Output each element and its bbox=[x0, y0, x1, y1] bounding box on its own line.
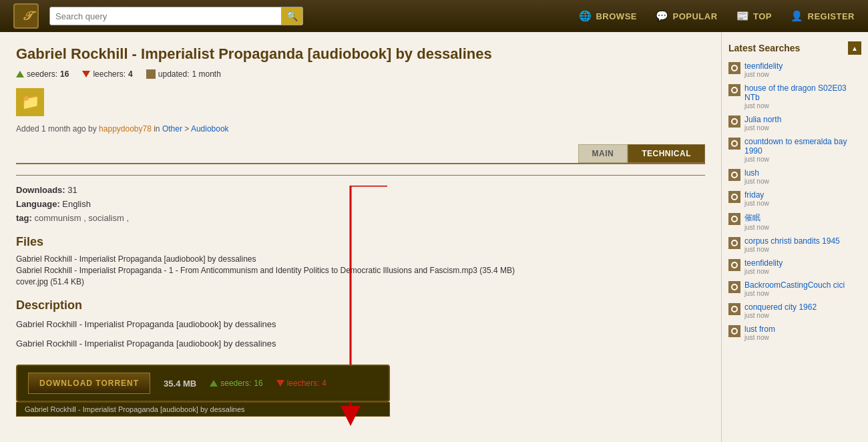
nav-top[interactable]: 📰 TOP bbox=[736, 10, 773, 22]
search-magnifier-7 bbox=[731, 240, 738, 246]
search-time-3: just now bbox=[744, 156, 861, 163]
dl-seed-icon bbox=[210, 380, 218, 387]
search-term-10[interactable]: conquered city 1962 bbox=[744, 302, 861, 312]
search-time-9: just now bbox=[744, 290, 861, 297]
search-time-10: just now bbox=[744, 312, 861, 319]
leech-arrow-icon bbox=[82, 71, 90, 77]
search-time-5: just now bbox=[744, 200, 861, 207]
nav-register[interactable]: 👤 REGISTER bbox=[791, 10, 855, 22]
file-entry-1: Gabriel Rockhill - Imperialist Propagand… bbox=[16, 266, 705, 275]
site-logo[interactable]: 𝒯 bbox=[13, 3, 39, 29]
search-term-6[interactable]: 催眠 bbox=[744, 212, 861, 224]
search-time-0: just now bbox=[744, 71, 861, 78]
search-time-11: just now bbox=[744, 334, 861, 341]
top-icon: 📰 bbox=[736, 10, 750, 22]
search-term-3[interactable]: countdown to esmeralda bay 1990 bbox=[744, 137, 861, 156]
search-entry-0: teenfidelity just now bbox=[728, 61, 861, 78]
nav-browse[interactable]: 🌐 BROWSE bbox=[579, 10, 637, 22]
desc-text-2: Gabriel Rockhill - Imperialist Propagand… bbox=[16, 339, 705, 349]
search-magnifier-5 bbox=[731, 194, 738, 200]
search-entry-3: countdown to esmeralda bay 1990 just now bbox=[728, 137, 861, 163]
search-icon-4 bbox=[728, 169, 740, 181]
search-magnifier-10 bbox=[731, 306, 738, 312]
search-icon-1 bbox=[728, 84, 740, 96]
search-time-7: just now bbox=[744, 246, 861, 253]
search-term-4[interactable]: lush bbox=[744, 168, 861, 178]
desc-text-1: Gabriel Rockhill - Imperialist Propagand… bbox=[16, 319, 705, 329]
search-magnifier-11 bbox=[731, 328, 738, 335]
search-term-11[interactable]: lust from bbox=[744, 324, 861, 334]
downloads-count: 31 bbox=[67, 185, 77, 195]
search-icon-6 bbox=[728, 213, 740, 225]
nav-popular[interactable]: 💬 POPULAR bbox=[656, 10, 718, 22]
search-entry-6: 催眠 just now bbox=[728, 212, 861, 231]
search-entry-2: Julia north just now bbox=[728, 115, 861, 132]
leechers-meta: leechers: 4 bbox=[82, 69, 132, 79]
search-button[interactable]: 🔍 bbox=[281, 7, 302, 25]
search-entry-5: friday just now bbox=[728, 190, 861, 207]
search-term-0[interactable]: teenfidelity bbox=[744, 61, 861, 71]
status-bar: Gabriel Rockhill - Imperialist Propagand… bbox=[16, 402, 390, 417]
seed-arrow-icon bbox=[16, 71, 24, 77]
updated-meta: updated: 1 month bbox=[146, 69, 221, 79]
popular-icon: 💬 bbox=[656, 10, 669, 22]
search-entry-7: corpus christi bandits 1945 just now bbox=[728, 236, 861, 253]
search-icon-3 bbox=[728, 138, 740, 150]
download-button[interactable]: DOWNLOAD TORRENT bbox=[28, 373, 150, 394]
files-section: Files Gabriel Rockhill - Imperialist Pro… bbox=[16, 235, 705, 286]
updated-icon bbox=[146, 69, 156, 79]
search-icon-8 bbox=[728, 259, 740, 271]
search-magnifier-0 bbox=[731, 65, 738, 71]
search-icon-5 bbox=[728, 191, 740, 203]
register-icon: 👤 bbox=[791, 10, 804, 22]
dl-seed-count: 16 bbox=[254, 379, 262, 388]
added-line: Added 1 month ago by happydooby78 in Oth… bbox=[16, 124, 705, 134]
torrent-file-icon: 📁 bbox=[16, 88, 44, 116]
search-time-2: just now bbox=[744, 124, 861, 132]
language-value: English bbox=[62, 199, 91, 209]
tab-technical[interactable]: TECHNICAL bbox=[628, 144, 705, 163]
dl-leechers: leechers:4 bbox=[276, 379, 327, 388]
search-term-2[interactable]: Julia north bbox=[744, 115, 861, 124]
added-time: 1 month bbox=[41, 124, 70, 134]
tag-value: communism , socialism , bbox=[34, 213, 129, 223]
search-icon-2 bbox=[728, 116, 740, 128]
search-entry-4: lush just now bbox=[728, 168, 861, 185]
tab-main[interactable]: MAIN bbox=[578, 144, 628, 163]
search-entry-1: house of the dragon S02E03 NTb just now bbox=[728, 83, 861, 109]
search-term-8[interactable]: teenfidelity bbox=[744, 258, 861, 268]
search-time-6: just now bbox=[744, 224, 861, 231]
search-magnifier-8 bbox=[731, 262, 738, 268]
search-magnifier-6 bbox=[731, 216, 738, 222]
language-row: Language: English bbox=[16, 199, 705, 209]
browse-icon: 🌐 bbox=[579, 10, 592, 22]
uploader-link[interactable]: happydooby78 bbox=[99, 124, 152, 134]
updated-time: 1 month bbox=[192, 69, 221, 79]
search-magnifier-1 bbox=[731, 87, 738, 93]
search-entry-8: teenfidelity just now bbox=[728, 258, 861, 275]
search-term-1[interactable]: house of the dragon S02E03 NTb bbox=[744, 83, 861, 102]
file-entry-2: cover.jpg (51.4 KB) bbox=[16, 277, 705, 286]
leechers-count: 4 bbox=[128, 69, 133, 79]
search-magnifier-4 bbox=[731, 172, 738, 178]
search-time-4: just now bbox=[744, 178, 861, 185]
search-term-7[interactable]: corpus christi bandits 1945 bbox=[744, 236, 861, 246]
search-term-5[interactable]: friday bbox=[744, 190, 861, 200]
sidebar: Latest Searches ▲ teenfidelity just now … bbox=[721, 32, 868, 442]
search-input[interactable] bbox=[50, 11, 281, 21]
search-entry-10: conquered city 1962 just now bbox=[728, 302, 861, 319]
category-link[interactable]: Other bbox=[162, 124, 182, 134]
seeders-count: 16 bbox=[60, 69, 69, 79]
search-icon-10 bbox=[728, 303, 740, 315]
search-term-9[interactable]: BackroomCastingCouch cici bbox=[744, 280, 861, 290]
main-nav: 🌐 BROWSE 💬 POPULAR 📰 TOP 👤 REGISTER bbox=[579, 10, 855, 22]
tab-bar: MAIN TECHNICAL bbox=[16, 144, 705, 164]
dl-leech-icon bbox=[276, 380, 284, 387]
torrent-meta: seeders: 16 leechers: 4 updated: 1 month bbox=[16, 69, 705, 79]
search-icon-7 bbox=[728, 237, 740, 249]
sidebar-scroll-up[interactable]: ▲ bbox=[848, 41, 861, 55]
sidebar-title: Latest Searches ▲ bbox=[728, 41, 861, 55]
search-list: teenfidelity just now house of the drago… bbox=[728, 61, 861, 341]
seeders-meta: seeders: 16 bbox=[16, 69, 69, 79]
subcategory-link[interactable]: Audiobook bbox=[191, 124, 229, 134]
